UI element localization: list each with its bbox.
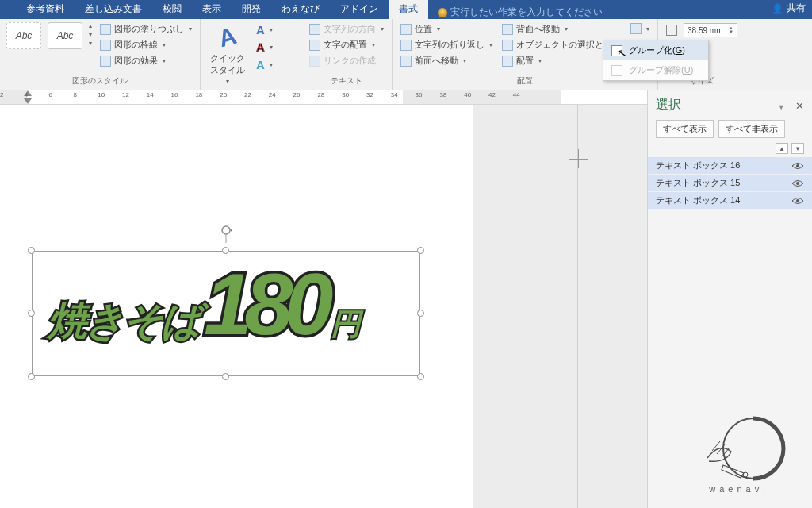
quick-style-label: クイック スタイル bbox=[210, 52, 245, 76]
pen-icon bbox=[100, 40, 111, 51]
group-text-label: テキスト bbox=[308, 74, 385, 88]
tab-addin[interactable]: アドイン bbox=[330, 0, 389, 19]
pane-title: 選択 bbox=[656, 97, 681, 114]
text-outline-button[interactable]: A▾ bbox=[255, 40, 274, 55]
tab-references[interactable]: 参考資料 bbox=[16, 0, 75, 19]
link-icon bbox=[309, 56, 320, 67]
move-up-button[interactable]: ▲ bbox=[776, 143, 788, 154]
text-direction-label: 文字列の方向 bbox=[324, 23, 376, 35]
svg-point-6 bbox=[743, 472, 748, 477]
shape-style-preset-2[interactable]: Abc bbox=[48, 22, 82, 49]
tab-review[interactable]: 校閲 bbox=[152, 0, 192, 19]
group-menu-icon bbox=[611, 45, 622, 56]
wordart-text-3: 円 bbox=[331, 304, 361, 344]
handle-bl[interactable] bbox=[28, 373, 35, 380]
position-button[interactable]: 位置▾ bbox=[399, 22, 494, 36]
menu-ungroup: グループ解除(U) bbox=[603, 60, 708, 80]
tab-view[interactable]: 表示 bbox=[192, 0, 232, 19]
list-item[interactable]: テキスト ボックス 14 bbox=[648, 192, 812, 210]
text-outline-icon: A bbox=[256, 40, 265, 54]
tell-me-placeholder: 実行したい作業を入力してください bbox=[450, 6, 603, 19]
wrap-label: 文字列の折り返し bbox=[415, 39, 485, 51]
menu-ungroup-label: グループ解除(U) bbox=[629, 64, 693, 76]
tab-format[interactable]: 書式 bbox=[389, 0, 428, 19]
shape-effects-button[interactable]: 図形の効果▾ bbox=[98, 54, 193, 67]
eye-icon[interactable] bbox=[791, 162, 804, 170]
shape-fill-button[interactable]: 図形の塗りつぶし▾ bbox=[98, 22, 193, 36]
eye-icon[interactable] bbox=[791, 179, 804, 187]
handle-br[interactable] bbox=[417, 373, 424, 380]
direction-icon bbox=[309, 24, 320, 35]
create-link-label: リンクの作成 bbox=[324, 55, 376, 67]
tab-developer[interactable]: 開発 bbox=[232, 0, 271, 19]
gallery-down-icon[interactable]: ▾ bbox=[89, 31, 92, 38]
gallery-up-icon[interactable]: ▴ bbox=[89, 22, 92, 29]
group-shape-style-label: 図形のスタイル bbox=[6, 74, 193, 88]
forward-icon bbox=[400, 56, 412, 67]
height-value: 38.59 mm bbox=[688, 26, 722, 35]
spin-down-icon[interactable]: ▼ bbox=[729, 30, 733, 34]
text-align-button[interactable]: 文字の配置▾ bbox=[308, 38, 385, 52]
align-menu-icon bbox=[502, 56, 513, 67]
handle-tm[interactable] bbox=[222, 247, 229, 254]
text-fill-icon: A bbox=[256, 23, 265, 37]
ungroup-menu-icon bbox=[611, 65, 622, 76]
shape-outline-button[interactable]: 図形の枠線▾ bbox=[98, 38, 193, 52]
list-item-label: テキスト ボックス 15 bbox=[656, 177, 740, 189]
handle-tr[interactable] bbox=[417, 247, 424, 254]
show-all-button[interactable]: すべて表示 bbox=[656, 120, 714, 138]
handle-bm[interactable] bbox=[222, 373, 229, 380]
watermark-text: waenavi bbox=[684, 484, 795, 494]
rotation-handle[interactable] bbox=[219, 225, 233, 243]
effects-icon bbox=[100, 56, 111, 67]
text-effects-icon: A bbox=[256, 58, 265, 71]
bring-forward-button[interactable]: 前面へ移動▾ bbox=[399, 54, 494, 67]
shape-effects-label: 図形の効果 bbox=[114, 55, 158, 67]
shape-style-preset-1[interactable]: Abc bbox=[6, 22, 41, 49]
create-link-button: リンクの作成 bbox=[308, 54, 385, 67]
group-wordart: A クイック スタイル ▾ A▾ A▾ A▾ ワードアートのスタイル bbox=[201, 19, 301, 90]
group-button[interactable]: ▾ bbox=[629, 22, 651, 35]
list-item-label: テキスト ボックス 16 bbox=[656, 160, 740, 171]
menu-group[interactable]: グループ化(G) bbox=[603, 40, 708, 60]
svg-point-3 bbox=[796, 182, 799, 185]
hide-all-button[interactable]: すべて非表示 bbox=[718, 120, 785, 138]
gallery-more-icon[interactable]: ▾ bbox=[89, 40, 92, 47]
wordart-group[interactable]: 焼きそば 180 円 bbox=[48, 260, 361, 348]
text-fill-button[interactable]: A▾ bbox=[255, 22, 274, 37]
svg-point-4 bbox=[796, 199, 799, 202]
list-item[interactable]: テキスト ボックス 15 bbox=[648, 175, 812, 192]
svg-point-0 bbox=[222, 226, 230, 234]
text-effects-button[interactable]: A▾ bbox=[255, 57, 274, 72]
move-down-button[interactable]: ▼ bbox=[791, 143, 804, 154]
share-button[interactable]: 👤共有 bbox=[772, 2, 806, 15]
send-backward-button[interactable]: 背面へ移動▾ bbox=[500, 22, 622, 36]
wordart-text-1: 焼きそば bbox=[48, 294, 199, 348]
forward-label: 前面へ移動 bbox=[415, 55, 458, 67]
group-shape-style: Abc Abc ▴ ▾ ▾ 図形の塗りつぶし▾ 図形の枠線▾ 図形の効果▾ 図形… bbox=[0, 19, 201, 90]
list-item[interactable]: テキスト ボックス 16 bbox=[648, 157, 812, 175]
position-icon bbox=[400, 24, 412, 35]
backward-label: 背面へ移動 bbox=[516, 23, 560, 35]
handle-tl[interactable] bbox=[28, 247, 35, 254]
wordart-text-2: 180 bbox=[204, 260, 326, 348]
tab-mailings[interactable]: 差し込み文書 bbox=[75, 0, 152, 19]
menu-group-label: グループ化(G) bbox=[629, 44, 685, 56]
height-box[interactable]: 38.59 mm▲▼ bbox=[665, 22, 739, 38]
text-direction-button[interactable]: 文字列の方向▾ bbox=[308, 22, 385, 36]
tab-waenabi[interactable]: わえなび bbox=[271, 0, 330, 19]
wrap-text-button[interactable]: 文字列の折り返し▾ bbox=[399, 38, 494, 52]
eye-icon[interactable] bbox=[791, 197, 804, 205]
align-menu-label: 配置 bbox=[516, 55, 534, 67]
handle-mr[interactable] bbox=[417, 310, 424, 317]
quick-style-button[interactable]: A クイック スタイル ▾ bbox=[207, 22, 248, 87]
pane-close-icon[interactable]: ✕ bbox=[795, 100, 804, 112]
share-label: 共有 bbox=[787, 2, 806, 15]
pane-options-icon[interactable]: ▼ bbox=[778, 103, 785, 111]
handle-ml[interactable] bbox=[28, 310, 35, 317]
document-canvas[interactable]: 焼きそば 180 円 bbox=[0, 105, 647, 508]
height-icon bbox=[666, 25, 677, 36]
tell-me-box[interactable]: 実行したい作業を入力してください bbox=[428, 6, 603, 19]
bulb-icon bbox=[438, 8, 447, 17]
ribbon-tabs: 参考資料 差し込み文書 校閲 表示 開発 わえなび アドイン 書式 実行したい作… bbox=[0, 0, 812, 19]
